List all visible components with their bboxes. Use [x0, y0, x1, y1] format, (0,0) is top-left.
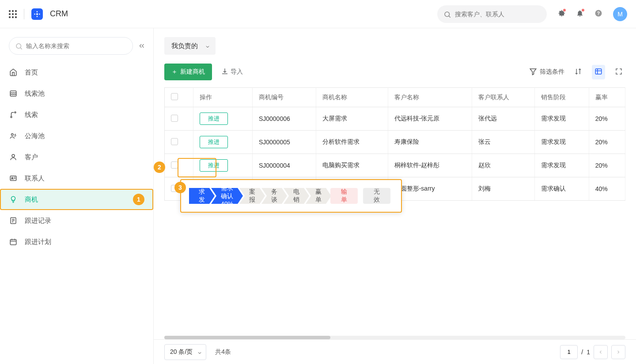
col-contact: 客户联系人 [472, 88, 535, 107]
svg-point-5 [16, 44, 21, 49]
puzzle-icon[interactable] [557, 9, 565, 19]
advance-button[interactable]: 推进 [200, 136, 228, 148]
plus-icon: ＋ [171, 68, 178, 76]
cell-checkbox [165, 154, 193, 177]
table-row[interactable]: 推进 SJ0000004 电脑购买需求 桐梓软件-赵梓彤 赵欣 需求发现 20% [165, 154, 625, 177]
table-row[interactable]: 推进 SJ0000006 大屏需求 代远科技-张元原 张代远 需求发现 20% [165, 107, 625, 131]
header: CRM ? M [0, 0, 636, 28]
nav-label: 跟进计划 [25, 238, 51, 246]
stage-invalid[interactable]: 无效 [363, 188, 390, 204]
filter-label: 筛选条件 [540, 68, 564, 76]
bell-icon[interactable] [576, 9, 584, 19]
sidebar-search-input[interactable] [9, 37, 133, 55]
nav-opportunities[interactable]: 商机 1 [0, 189, 153, 210]
nav-label: 线索 [25, 111, 38, 119]
select-all-checkbox[interactable] [171, 93, 178, 100]
nav-followup-records[interactable]: 跟进记录 [0, 210, 153, 231]
nav-contacts[interactable]: 联系人 [0, 168, 153, 189]
app-logo-icon [31, 8, 43, 20]
notification-dot [563, 8, 566, 12]
svg-point-1 [445, 12, 450, 17]
page-input[interactable] [560, 345, 578, 359]
table-header-row: 操作 商机编号 商机名称 客户名称 客户联系人 销售阶段 赢率 [165, 88, 625, 107]
svg-point-13 [11, 177, 13, 179]
stage-lose[interactable]: 输单 [330, 188, 358, 204]
next-page-button[interactable] [611, 345, 625, 359]
toolbar-right: 筛选条件 [529, 65, 625, 79]
cell-name: 大屏需求 [316, 107, 388, 131]
annotation-badge-3: 3 [174, 182, 186, 193]
new-opportunity-button[interactable]: ＋ 新建商机 [164, 64, 212, 80]
svg-rect-7 [10, 91, 16, 96]
sort-icon[interactable] [572, 65, 585, 79]
advance-button[interactable]: 推进 [200, 113, 228, 125]
stage-step[interactable]: 方案报价 [239, 188, 265, 204]
col-name: 商机名称 [316, 88, 388, 107]
nav-public-pool[interactable]: 公海池 [0, 125, 153, 146]
header-right: ? M [437, 5, 627, 23]
help-icon[interactable]: ? [594, 9, 602, 19]
route-icon [9, 111, 18, 119]
stage-step[interactable]: 赢单 [306, 188, 331, 204]
stage-step[interactable]: 电销 [284, 188, 309, 204]
nav-home[interactable]: 首页 [0, 62, 153, 83]
cell-checkbox [165, 107, 193, 131]
nav-leads[interactable]: 线索 [0, 104, 153, 125]
filter-conditions-button[interactable]: 筛选条件 [529, 68, 564, 77]
table-row[interactable]: 推进 SJ0000005 分析软件需求 寿康保险 张云 需求发现 20% [165, 131, 625, 154]
pager: / 1 [560, 345, 625, 359]
prev-page-button[interactable] [594, 345, 608, 359]
svg-text:?: ? [597, 11, 600, 16]
sidebar-search [9, 37, 133, 55]
annotation-badge-2: 2 [154, 161, 165, 173]
pagination-footer: 20 条/页 共4条 / 1 [154, 339, 636, 364]
nav-label: 联系人 [25, 174, 45, 183]
svg-line-2 [449, 16, 450, 17]
horizontal-scrollbar[interactable] [164, 336, 625, 339]
cell-contact: 赵欣 [472, 154, 535, 177]
row-checkbox[interactable] [171, 161, 178, 169]
page-size-select[interactable]: 20 条/页 [164, 344, 206, 360]
page-size-label: 20 条/页 [170, 348, 193, 356]
col-customer: 客户名称 [388, 88, 472, 107]
cell-customer: 代远科技-张元原 [388, 107, 472, 131]
row-checkbox[interactable] [171, 115, 178, 122]
cell-rate: 20% [589, 154, 625, 177]
col-action: 操作 [193, 88, 252, 107]
apps-grid-icon[interactable] [9, 10, 17, 18]
stage-step[interactable]: 需求发现 [189, 188, 215, 204]
nav-lead-pool[interactable]: 线索池 [0, 83, 153, 104]
advance-button[interactable]: 推进 [200, 159, 228, 172]
fullscreen-icon[interactable] [612, 65, 625, 79]
button-label: 新建商机 [180, 68, 205, 76]
svg-point-10 [11, 134, 14, 136]
scope-select[interactable]: 我负责的 [164, 37, 216, 55]
stage-step[interactable]: 需求确认 40% [211, 188, 243, 204]
cell-rate: 40% [589, 177, 625, 201]
person-icon [9, 153, 18, 161]
global-search-input[interactable] [437, 5, 547, 23]
nav-label: 商机 [25, 195, 38, 204]
collapse-sidebar-button[interactable] [136, 40, 148, 52]
toolbar: ＋ 新建商机 导入 筛选条件 [154, 64, 636, 87]
cell-checkbox [165, 131, 193, 154]
cell-rate: 20% [589, 107, 625, 131]
waves-icon [9, 90, 18, 98]
nav-customers[interactable]: 客户 [0, 146, 153, 168]
scrollbar-thumb[interactable] [164, 336, 330, 339]
import-link[interactable]: 导入 [221, 68, 243, 77]
cell-name: 电脑购买需求 [316, 154, 388, 177]
chevron-down-icon [205, 43, 210, 51]
filter-icon [529, 68, 537, 77]
cell-action: 推进 [193, 131, 252, 154]
list-view-icon[interactable] [592, 65, 605, 79]
filter-bar: 我负责的 [154, 28, 636, 64]
user-avatar[interactable]: M [613, 7, 627, 21]
stage-step[interactable]: 商务谈判 [261, 188, 287, 204]
app-title: CRM [50, 9, 68, 19]
cell-stage: 需求发现 [535, 131, 589, 154]
col-stage: 销售阶段 [535, 88, 589, 107]
nav-followup-plan[interactable]: 跟进计划 [0, 231, 153, 252]
row-checkbox[interactable] [171, 138, 178, 145]
svg-line-6 [20, 48, 22, 49]
